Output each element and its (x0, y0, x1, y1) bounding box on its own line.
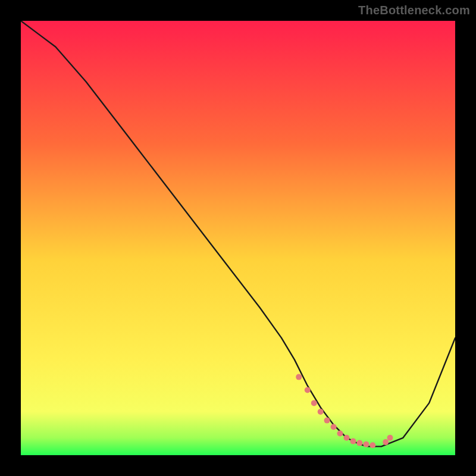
sweet-spot-marker (296, 374, 302, 380)
sweet-spot-marker (324, 418, 330, 424)
sweet-spot-marker (331, 424, 337, 430)
sweet-spot-marker (318, 409, 324, 415)
sweet-spot-marker (369, 442, 375, 448)
sweet-spot-marker (305, 387, 311, 393)
sweet-spot-marker (363, 441, 369, 447)
sweet-spot-marker (311, 400, 317, 406)
sweet-spot-marker (344, 435, 350, 441)
sweet-spot-marker (383, 439, 389, 445)
chart-svg (21, 21, 455, 455)
chart-container: TheBottleneck.com (0, 0, 476, 476)
plot-area (21, 21, 455, 455)
sweet-spot-marker (356, 440, 362, 446)
sweet-spot-marker (350, 439, 356, 444)
gradient-background (21, 21, 455, 455)
sweet-spot-marker (337, 431, 343, 437)
sweet-spot-marker (387, 435, 393, 441)
watermark-text: TheBottleneck.com (358, 4, 470, 17)
